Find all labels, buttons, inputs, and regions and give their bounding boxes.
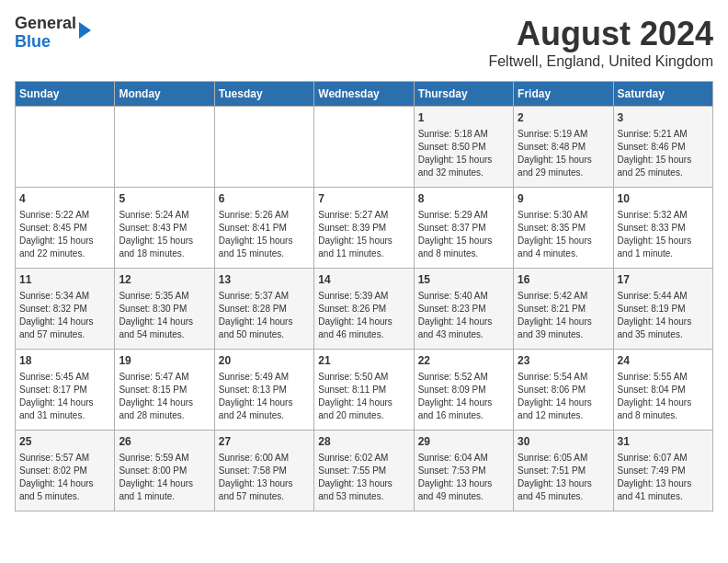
calendar-cell: 29Sunrise: 6:04 AMSunset: 7:53 PMDayligh… [414, 431, 513, 511]
cell-content-line: and 53 minutes. [318, 490, 409, 503]
cell-content-line: Sunset: 8:33 PM [618, 222, 709, 235]
calendar-cell: 4Sunrise: 5:22 AMSunset: 8:45 PMDaylight… [16, 188, 115, 269]
day-number: 20 [219, 353, 310, 369]
cell-content-line: Daylight: 14 hours [19, 396, 110, 409]
day-number: 10 [618, 191, 709, 207]
cell-content-line: Sunset: 8:37 PM [418, 222, 509, 235]
cell-content-line: Sunset: 8:28 PM [219, 303, 310, 316]
cell-content-line: Daylight: 14 hours [418, 316, 509, 328]
logo: General Blue [15, 15, 76, 52]
day-number: 22 [418, 353, 509, 369]
cell-content-line: Sunset: 7:58 PM [219, 465, 310, 477]
cell-content-line: and 39 minutes. [518, 328, 609, 341]
day-number: 27 [219, 434, 310, 450]
calendar-cell: 15Sunrise: 5:40 AMSunset: 8:23 PMDayligh… [414, 269, 513, 350]
cell-content-line: Daylight: 13 hours [318, 477, 409, 490]
cell-content-line: Sunrise: 5:32 AM [618, 209, 709, 222]
cell-content-line: Sunset: 8:15 PM [119, 384, 210, 396]
page-header: General Blue August 2024 Feltwell, Engla… [15, 15, 713, 70]
cell-content-line: and 35 minutes. [618, 328, 709, 341]
cell-content-line: and 41 minutes. [618, 490, 709, 503]
cell-content-line: Sunrise: 6:07 AM [618, 452, 709, 465]
cell-content-line: Sunrise: 5:42 AM [518, 290, 609, 303]
cell-content-line: Sunrise: 5:55 AM [618, 371, 709, 384]
logo-general: General [15, 14, 76, 32]
cell-content-line: and 29 minutes. [518, 167, 609, 179]
calendar-cell [115, 107, 214, 188]
calendar-cell: 9Sunrise: 5:30 AMSunset: 8:35 PMDaylight… [514, 188, 613, 269]
day-number: 16 [518, 272, 609, 288]
calendar-cell: 31Sunrise: 6:07 AMSunset: 7:49 PMDayligh… [613, 431, 712, 511]
cell-content-line: and 1 minute. [119, 490, 210, 503]
calendar-cell: 13Sunrise: 5:37 AMSunset: 8:28 PMDayligh… [214, 269, 313, 350]
cell-content-line: Daylight: 14 hours [618, 396, 709, 409]
cell-content-line: and 25 minutes. [618, 167, 709, 179]
day-number: 3 [618, 110, 709, 126]
cell-content-line: Daylight: 15 hours [418, 154, 509, 167]
cell-content-line: Sunrise: 6:02 AM [318, 452, 409, 465]
header-row: SundayMondayTuesdayWednesdayThursdayFrid… [16, 82, 713, 107]
cell-content-line: and 8 minutes. [618, 409, 709, 422]
cell-content-line: Sunrise: 5:21 AM [618, 128, 709, 141]
cell-content-line: Sunrise: 5:57 AM [19, 452, 110, 465]
logo-text: General Blue [15, 15, 76, 52]
cell-content-line: Sunrise: 5:35 AM [119, 290, 210, 303]
day-number: 29 [418, 434, 509, 450]
calendar-cell: 2Sunrise: 5:19 AMSunset: 8:48 PMDaylight… [514, 107, 613, 188]
cell-content-line: Sunset: 8:35 PM [518, 222, 609, 235]
cell-content-line: Daylight: 15 hours [618, 235, 709, 247]
cell-content-line: Daylight: 15 hours [318, 235, 409, 247]
cell-content-line: and 32 minutes. [418, 167, 509, 179]
cell-content-line: and 46 minutes. [318, 328, 409, 341]
calendar-cell: 20Sunrise: 5:49 AMSunset: 8:13 PMDayligh… [214, 350, 313, 431]
cell-content-line: Sunset: 7:49 PM [618, 465, 709, 477]
cell-content-line: Sunrise: 5:40 AM [418, 290, 509, 303]
day-number: 14 [318, 272, 409, 288]
calendar-cell: 11Sunrise: 5:34 AMSunset: 8:32 PMDayligh… [16, 269, 115, 350]
cell-content-line: Daylight: 14 hours [318, 316, 409, 328]
cell-content-line: and 16 minutes. [418, 409, 509, 422]
calendar-cell [214, 107, 313, 188]
cell-content-line: Sunset: 7:53 PM [418, 465, 509, 477]
cell-content-line: Daylight: 14 hours [119, 316, 210, 328]
cell-content-line: Daylight: 13 hours [219, 477, 310, 490]
calendar-subtitle: Feltwell, England, United Kingdom [488, 53, 713, 70]
cell-content-line: Sunrise: 5:27 AM [318, 209, 409, 222]
cell-content-line: Daylight: 14 hours [418, 396, 509, 409]
cell-content-line: Sunrise: 6:00 AM [219, 452, 310, 465]
cell-content-line: and 50 minutes. [219, 328, 310, 341]
cell-content-line: Daylight: 14 hours [618, 316, 709, 328]
calendar-cell: 21Sunrise: 5:50 AMSunset: 8:11 PMDayligh… [314, 350, 414, 431]
calendar-cell: 1Sunrise: 5:18 AMSunset: 8:50 PMDaylight… [414, 107, 513, 188]
calendar-title: August 2024 [488, 15, 713, 53]
calendar-cell: 24Sunrise: 5:55 AMSunset: 8:04 PMDayligh… [613, 350, 712, 431]
cell-content-line: Sunrise: 5:18 AM [418, 128, 509, 141]
cell-content-line: Sunset: 8:50 PM [418, 141, 509, 154]
cell-content-line: Daylight: 15 hours [418, 235, 509, 247]
day-number: 24 [618, 353, 709, 369]
cell-content-line: and 22 minutes. [19, 247, 110, 260]
cell-content-line: Daylight: 15 hours [219, 235, 310, 247]
calendar-cell: 30Sunrise: 6:05 AMSunset: 7:51 PMDayligh… [514, 431, 613, 511]
day-number: 25 [19, 434, 110, 450]
cell-content-line: and 18 minutes. [119, 247, 210, 260]
day-number: 2 [518, 110, 609, 126]
cell-content-line: Sunrise: 5:34 AM [19, 290, 110, 303]
day-number: 31 [618, 434, 709, 450]
day-number: 5 [119, 191, 210, 207]
cell-content-line: Sunrise: 6:04 AM [418, 452, 509, 465]
cell-content-line: and 28 minutes. [119, 409, 210, 422]
cell-content-line: Sunset: 8:30 PM [119, 303, 210, 316]
calendar-cell: 19Sunrise: 5:47 AMSunset: 8:15 PMDayligh… [115, 350, 214, 431]
day-number: 19 [119, 353, 210, 369]
day-number: 17 [618, 272, 709, 288]
calendar-cell: 16Sunrise: 5:42 AMSunset: 8:21 PMDayligh… [514, 269, 613, 350]
cell-content-line: and 24 minutes. [219, 409, 310, 422]
cell-content-line: Sunrise: 5:24 AM [119, 209, 210, 222]
column-header-monday: Monday [115, 82, 214, 107]
calendar-cell: 18Sunrise: 5:45 AMSunset: 8:17 PMDayligh… [16, 350, 115, 431]
calendar-cell: 10Sunrise: 5:32 AMSunset: 8:33 PMDayligh… [613, 188, 712, 269]
calendar-cell: 8Sunrise: 5:29 AMSunset: 8:37 PMDaylight… [414, 188, 513, 269]
cell-content-line: and 43 minutes. [418, 328, 509, 341]
day-number: 8 [418, 191, 509, 207]
